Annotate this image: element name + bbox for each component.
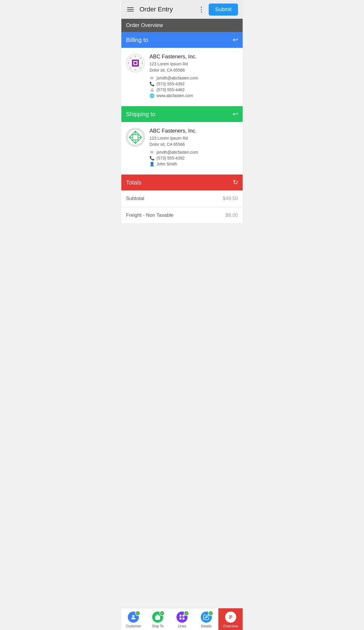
svg-point-4 — [141, 62, 143, 64]
page-title: Order Entry — [140, 6, 198, 13]
billing-fax-row: 🖨 (573) 555-4462 — [149, 87, 238, 92]
freight-value: $8.00 — [225, 212, 238, 218]
billing-email-row: ✉ jsmith@abcfasten.com — [149, 76, 238, 80]
shipping-contact-row: 👤 John Smith — [149, 162, 238, 166]
billing-contact-info: ABC Fasteners, Inc. 123 Lorem Ipsum Rd D… — [149, 54, 238, 99]
shipping-email-icon: ✉ — [149, 150, 154, 155]
billing-section-header: Billing to ↩ — [121, 32, 243, 48]
fax-icon: 🖨 — [149, 87, 154, 92]
person-icon: 👤 — [149, 162, 154, 166]
shipping-contact-card: ABC Fasteners, Inc. 123 Lorem Ipsum Rd D… — [121, 122, 243, 175]
order-overview-bar: Order Overview — [121, 19, 243, 32]
email-icon: ✉ — [149, 76, 154, 80]
billing-website-row: 🌐 www.abcfasten.com — [149, 93, 238, 98]
phone-icon: 📞 — [149, 82, 154, 86]
shipping-contact-info: ABC Fasteners, Inc. 123 Lorem Ipsum Rd D… — [149, 128, 238, 167]
svg-point-2 — [135, 69, 136, 71]
shipping-phone-icon: 📞 — [149, 156, 154, 160]
billing-company-name: ABC Fasteners, Inc. — [149, 54, 238, 60]
shipping-address: 123 Lorem Ipsum Rd Dolor sit, CA 65566 — [149, 135, 238, 148]
freight-row: Freight - Non Taxable $8.00 — [121, 207, 243, 224]
billing-back-button[interactable]: ↩ — [233, 36, 238, 44]
globe-icon: 🌐 — [149, 93, 154, 98]
billing-section-label: Billing to — [126, 37, 148, 43]
submit-button[interactable]: Submit — [209, 4, 238, 16]
subtotal-label: Subtotal — [126, 196, 144, 201]
svg-rect-11 — [134, 62, 137, 64]
shipping-company-name: ABC Fasteners, Inc. — [149, 128, 238, 134]
billing-contact-card: ABC Fasteners, Inc. 123 Lorem Ipsum Rd D… — [121, 48, 243, 106]
billing-phone-row: 📞 (573) 555-4392 — [149, 82, 238, 86]
shipping-email-row: ✉ jsmith@abcfasten.com — [149, 150, 238, 155]
shipping-avatar — [126, 128, 145, 147]
totals-section-label: Totals — [126, 179, 141, 186]
totals-section-header: Totals ↻ — [121, 175, 243, 190]
billing-address: 123 Lorem Ipsum Rd Dolor sit, CA 65566 — [149, 61, 238, 73]
app-header: Order Entry ⋮ Submit — [121, 0, 243, 19]
page-content: Billing to ↩ ABC — [121, 32, 243, 244]
svg-point-5 — [130, 57, 131, 59]
svg-point-3 — [128, 62, 130, 64]
menu-button[interactable] — [126, 6, 135, 13]
subtotal-value: $49.50 — [223, 196, 238, 201]
svg-point-6 — [140, 57, 141, 59]
svg-point-7 — [130, 67, 131, 69]
totals-section: Subtotal $49.50 Freight - Non Taxable $8… — [121, 190, 243, 224]
shipping-back-button[interactable]: ↩ — [233, 110, 238, 118]
order-overview-label: Order Overview — [126, 22, 163, 28]
svg-point-1 — [135, 55, 136, 57]
svg-point-8 — [140, 67, 141, 69]
shipping-section-label: Shipping to — [126, 111, 155, 118]
more-options-button[interactable]: ⋮ — [198, 5, 205, 13]
refresh-button[interactable]: ↻ — [233, 179, 238, 186]
billing-avatar — [126, 54, 145, 72]
shipping-phone-row: 📞 (573) 555-4392 — [149, 156, 238, 160]
subtotal-row: Subtotal $49.50 — [121, 190, 243, 207]
freight-label: Freight - Non Taxable — [126, 212, 174, 218]
shipping-section-header: Shipping to ↩ — [121, 106, 243, 122]
